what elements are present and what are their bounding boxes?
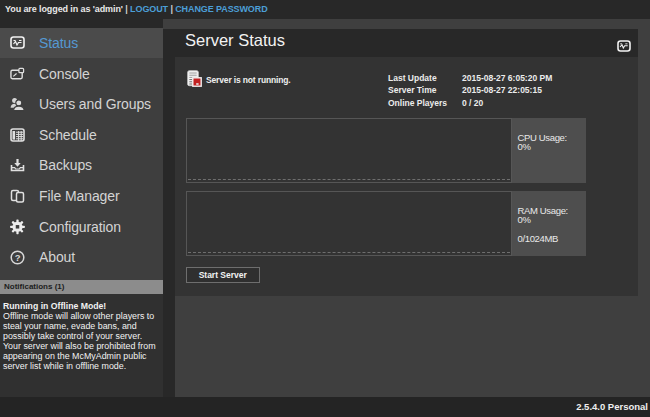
- svg-text:?: ?: [15, 251, 21, 262]
